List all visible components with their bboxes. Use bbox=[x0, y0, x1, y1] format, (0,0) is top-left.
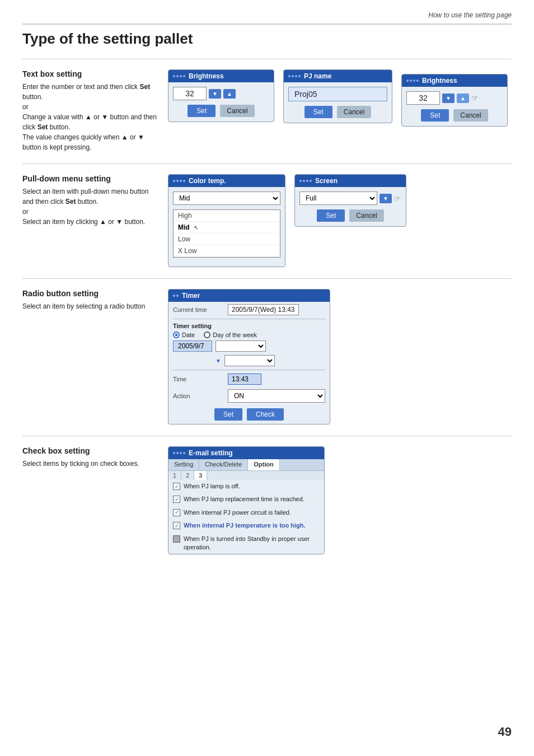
section-checkbox: Check box setting Select items by tickin… bbox=[22, 436, 512, 560]
color-temp-widget: Color temp. Mid High Low X Low High Mid … bbox=[168, 174, 285, 267]
cursor-icon: ☞ bbox=[471, 94, 479, 102]
section-title-pull-down: Pull-down menu setting bbox=[22, 174, 157, 183]
pjname-set-btn[interactable]: Set bbox=[305, 106, 332, 118]
checkbox-2[interactable] bbox=[173, 496, 180, 503]
brightness-value-1[interactable]: 32 bbox=[173, 87, 207, 100]
email-tab-num-1[interactable]: 1 bbox=[168, 471, 181, 480]
checkbox-row-5: When PJ is turned into Standby in proper… bbox=[168, 533, 324, 554]
screen-select[interactable]: Full Normal Wide bbox=[299, 192, 377, 205]
section-text-box: Text box setting Enter the number or tex… bbox=[22, 59, 512, 158]
timer-action-row: Action ON OFF bbox=[168, 387, 330, 405]
screen-dropdown-row: Full Normal Wide ▼ ☞ bbox=[299, 192, 401, 205]
email-icon-dots bbox=[173, 452, 185, 454]
email-tab-check-delete[interactable]: Check/Delete bbox=[199, 459, 248, 470]
brightness-up-btn-2[interactable]: ▲ bbox=[457, 94, 469, 103]
brightness-up-btn-1[interactable]: ▲ bbox=[223, 89, 236, 99]
timer-set-btn[interactable]: Set bbox=[214, 408, 242, 421]
brightness-widget-2: Brightness 32 ▼ ▲ ☞ Set Cancel bbox=[401, 74, 508, 127]
brightness-widget-2-header: Brightness bbox=[402, 74, 507, 87]
checkbox-row-1: When PJ lamp is off. bbox=[168, 480, 324, 493]
section-pull-down: Pull-down menu setting Select an item wi… bbox=[22, 164, 512, 273]
brightness-cancel-btn-2[interactable]: Cancel bbox=[453, 109, 488, 122]
btn-row-brightness-1: Set Cancel bbox=[173, 105, 269, 117]
action-label: Action bbox=[173, 393, 223, 399]
dropdown-item-low[interactable]: Low bbox=[174, 234, 280, 245]
checkbox-3[interactable] bbox=[173, 509, 180, 516]
section-desc-checkbox: Select items by ticking on check boxes. bbox=[22, 459, 157, 469]
email-tab-num-3[interactable]: 3 bbox=[194, 471, 207, 480]
dropdown-item-high[interactable]: High bbox=[174, 210, 280, 222]
timer-time-row: Time bbox=[168, 371, 330, 387]
pjname-value[interactable]: Proj05 bbox=[288, 87, 387, 101]
radio-day-opt[interactable]: Day of the week bbox=[204, 332, 257, 338]
checkbox-label-1: When PJ lamp is off. bbox=[184, 482, 240, 491]
checkbox-label-4: When internal PJ temperature is too high… bbox=[184, 521, 306, 530]
page-number: 49 bbox=[498, 725, 512, 739]
brightness-set-btn-2[interactable]: Set bbox=[421, 109, 449, 122]
radio-date-circle[interactable] bbox=[173, 332, 180, 338]
color-temp-title: Color temp. bbox=[189, 177, 226, 185]
radio-day-circle[interactable] bbox=[204, 332, 210, 338]
color-temp-select[interactable]: Mid High Low X Low bbox=[173, 192, 280, 205]
btn-row-brightness-2: Set Cancel bbox=[406, 109, 503, 122]
pjname-cancel-btn[interactable]: Cancel bbox=[337, 106, 371, 118]
date-row bbox=[168, 339, 330, 354]
section-right-pull-down: Color temp. Mid High Low X Low High Mid … bbox=[168, 174, 512, 267]
color-temp-body: Mid High Low X Low High Mid ↖ Low X Low bbox=[168, 187, 285, 267]
btn-row-timer: Set Check bbox=[168, 405, 330, 424]
checkbox-row-3: When internal PJ power circuit is failed… bbox=[168, 506, 324, 519]
time-input[interactable] bbox=[228, 374, 261, 385]
checkbox-label-5: When PJ is turned into Standby in proper… bbox=[184, 535, 320, 552]
section-left-text-box: Text box setting Enter the number or tex… bbox=[22, 69, 157, 152]
email-tabs: Setting Check/Delete Option bbox=[168, 459, 324, 470]
brightness-widget-2-title: Brightness bbox=[422, 77, 457, 85]
section-left-checkbox: Check box setting Select items by tickin… bbox=[22, 446, 157, 554]
radio-date-opt[interactable]: Date bbox=[173, 332, 195, 338]
email-tab-option[interactable]: Option bbox=[248, 459, 279, 470]
timer-body: Current time 2005/9/7(Wed) 13:43 Timer s… bbox=[168, 302, 330, 424]
btn-row-pjname: Set Cancel bbox=[288, 106, 387, 118]
checkbox-4[interactable] bbox=[173, 522, 180, 529]
timer-widget: Timer Current time 2005/9/7(Wed) 13:43 T… bbox=[168, 289, 330, 424]
brightness-value-2[interactable]: 32 bbox=[406, 91, 440, 105]
email-tab-numbers: 1 2 3 bbox=[168, 470, 324, 480]
screen-body: Full Normal Wide ▼ ☞ Set Cancel bbox=[295, 187, 406, 226]
section-right-radio: Timer Current time 2005/9/7(Wed) 13:43 T… bbox=[168, 289, 512, 424]
color-temp-dropdown-list[interactable]: High Mid ↖ Low X Low bbox=[173, 209, 280, 258]
email-tab-setting[interactable]: Setting bbox=[168, 459, 199, 470]
screen-cancel-btn[interactable]: Cancel bbox=[349, 209, 383, 222]
section-desc-radio: Select an item by selecting a radio butt… bbox=[22, 301, 157, 311]
pjname-header: PJ name bbox=[284, 70, 392, 82]
brightness-set-btn-1[interactable]: Set bbox=[188, 105, 216, 117]
btn-row-screen: Set Cancel bbox=[299, 209, 401, 222]
pjname-body: Proj05 Set Cancel bbox=[284, 82, 392, 123]
day-select-2[interactable] bbox=[224, 355, 275, 366]
time-label: Time bbox=[173, 376, 223, 382]
checkbox-label-3: When internal PJ power circuit is failed… bbox=[184, 508, 291, 517]
dropdown-item-mid[interactable]: Mid ↖ bbox=[174, 222, 280, 234]
day-select[interactable] bbox=[216, 340, 266, 352]
brightness-down-btn-1[interactable]: ▼ bbox=[209, 89, 221, 99]
screen-widget: Screen Full Normal Wide ▼ ☞ Set Cancel bbox=[294, 174, 406, 227]
screen-down-btn[interactable]: ▼ bbox=[380, 194, 392, 203]
email-widget: E-mail setting Setting Check/Delete Opti… bbox=[168, 446, 325, 554]
pjname-title: PJ name bbox=[304, 72, 331, 80]
widget-icon-dots-2 bbox=[406, 80, 419, 82]
num-input-row-2: 32 ▼ ▲ ☞ bbox=[406, 91, 503, 105]
brightness-widget-1-header: Brightness bbox=[168, 70, 274, 82]
dropdown-item-xlow[interactable]: X Low bbox=[174, 245, 280, 257]
brightness-cancel-btn-1[interactable]: Cancel bbox=[220, 105, 254, 117]
email-tab-num-2[interactable]: 2 bbox=[181, 471, 194, 480]
timer-check-btn[interactable]: Check bbox=[247, 408, 284, 421]
section-title-text-box: Text box setting bbox=[22, 69, 157, 78]
brightness-widget-1: Brightness 32 ▼ ▲ Set Cancel bbox=[168, 69, 274, 122]
timer-current-time-row: Current time 2005/9/7(Wed) 13:43 bbox=[168, 302, 330, 318]
checkbox-5[interactable] bbox=[173, 535, 180, 543]
screen-cursor-icon: ☞ bbox=[394, 194, 401, 203]
screen-icon-dots bbox=[299, 180, 312, 182]
action-select[interactable]: ON OFF bbox=[228, 389, 325, 403]
date-input[interactable] bbox=[173, 340, 212, 352]
checkbox-1[interactable] bbox=[173, 483, 180, 490]
brightness-down-btn-2[interactable]: ▼ bbox=[442, 94, 455, 103]
screen-set-btn[interactable]: Set bbox=[317, 209, 345, 222]
